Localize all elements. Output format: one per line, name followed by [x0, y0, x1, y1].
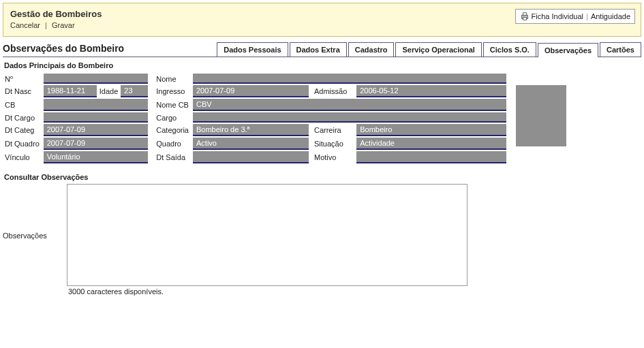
label-motivo: Motivo [310, 151, 355, 163]
value-dtcateg: 2007-07-09 [44, 124, 149, 136]
tab-servico-operacional[interactable]: Serviço Operacional [395, 42, 481, 57]
value-idade: 23 [121, 85, 148, 97]
label-nomecb: Nome CB [149, 99, 191, 111]
section-obs-title: Consultar Observações [4, 173, 641, 181]
value-cargo [193, 112, 506, 123]
photo-placeholder [516, 85, 566, 146]
tabs: Dados Pessoais Dados Extra Cadastro Serv… [217, 42, 641, 57]
label-cb: CB [4, 99, 42, 111]
form-table: Nº Nome Dt Nasc 1988-11-21 Idade 23 Ingr… [3, 72, 508, 165]
svg-rect-1 [523, 13, 526, 16]
label-carreira: Carreira [310, 124, 355, 136]
header-panel: Gestão de Bombeiros Cancelar | Gravar Fi… [3, 3, 641, 37]
tab-observacoes[interactable]: Observações [538, 43, 598, 57]
antig-label: Antiguidade [591, 12, 630, 20]
label-no: Nº [4, 74, 42, 84]
value-nomecb: CBV [193, 99, 506, 111]
value-dtsaida [193, 151, 309, 163]
page-title: Observações do Bombeiro [3, 43, 187, 57]
observacoes-textarea[interactable] [67, 184, 467, 286]
cancel-link[interactable]: Cancelar [10, 21, 40, 29]
value-vinculo: Voluntário [44, 151, 149, 163]
label-situacao: Situação [310, 138, 355, 150]
tab-cadastro[interactable]: Cadastro [348, 42, 395, 57]
value-carreira: Bombeiro [356, 124, 506, 136]
photo-column [516, 72, 566, 165]
value-categoria: Bombeiro de 3.ª [193, 124, 309, 136]
label-ingresso: Ingresso [149, 85, 191, 97]
value-admissao: 2006-05-12 [356, 85, 506, 97]
header-buttons: Ficha Individual | Antiguidade [515, 9, 635, 24]
value-ingresso: 2007-07-09 [193, 85, 309, 97]
label-dtnasc: Dt Nasc [4, 85, 42, 97]
value-situacao: Actividade [356, 138, 506, 150]
main-data-grid: Nº Nome Dt Nasc 1988-11-21 Idade 23 Ingr… [3, 72, 641, 165]
title-tab-bar: Observações do Bombeiro Dados Pessoais D… [3, 42, 641, 57]
svg-rect-2 [523, 18, 526, 20]
label-categoria: Categoria [149, 124, 191, 136]
value-cb [44, 99, 149, 111]
label-admissao: Admissão [310, 85, 355, 97]
char-counter: 3000 caracteres disponíveis. [68, 287, 641, 296]
printer-icon [520, 12, 530, 21]
ficha-individual-button[interactable]: Ficha Individual [520, 12, 583, 21]
label-observacoes: Observações [3, 184, 67, 240]
value-quadro: Activo [193, 138, 309, 150]
value-motivo [356, 151, 506, 163]
label-dtquadro: Dt Quadro [4, 138, 42, 150]
value-nome [193, 74, 506, 84]
label-quadro: Quadro [149, 138, 191, 150]
tab-dados-pessoais[interactable]: Dados Pessoais [217, 42, 288, 57]
label-cargo: Cargo [149, 112, 191, 123]
label-nome: Nome [149, 74, 191, 84]
section-main-title: Dados Principais do Bombeiro [4, 61, 641, 69]
ficha-label: Ficha Individual [532, 12, 583, 20]
value-dtnasc: 1988-11-21 [44, 85, 97, 97]
value-no [44, 74, 149, 84]
separator: | [586, 12, 588, 20]
value-dtquadro: 2007-07-09 [44, 138, 149, 150]
antiguidade-button[interactable]: Antiguidade [591, 12, 630, 20]
tab-ciclos-so[interactable]: Ciclos S.O. [483, 42, 536, 57]
separator: | [45, 21, 47, 29]
save-link[interactable]: Gravar [52, 21, 75, 29]
label-vinculo: Vínculo [4, 151, 42, 163]
value-dtcargo [44, 112, 149, 123]
tab-cartoes[interactable]: Cartões [600, 42, 641, 57]
label-dtsaida: Dt Saída [149, 151, 191, 163]
label-dtcateg: Dt Categ [4, 124, 42, 136]
obs-row: Observações [3, 184, 641, 286]
label-idade: Idade [98, 85, 120, 97]
tab-dados-extra[interactable]: Dados Extra [290, 42, 347, 57]
label-dtcargo: Dt Cargo [4, 112, 42, 123]
